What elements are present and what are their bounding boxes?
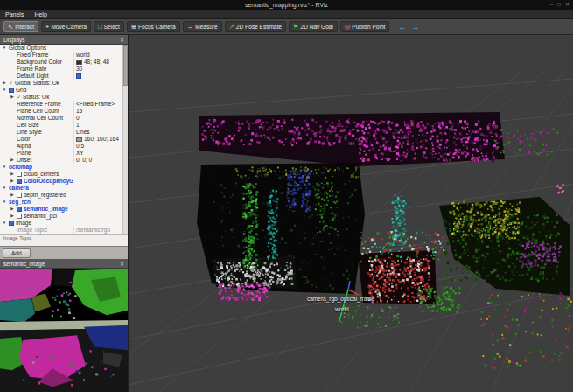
property-description: Image Topic — [0, 234, 128, 246]
property-label: Image — [16, 220, 31, 227]
view-3d[interactable]: camera_rgb_optical_frameworld — [129, 35, 573, 392]
collapsed-arrow-icon[interactable]: ▶ — [2, 80, 7, 87]
value-checkbox[interactable] — [76, 74, 81, 79]
expanded-arrow-icon[interactable]: ▼ — [2, 220, 7, 227]
semantic-image-panel-title: semantic_image — [3, 261, 45, 267]
maximize-button[interactable]: □ — [557, 0, 561, 10]
expanded-arrow-icon[interactable]: ▼ — [2, 199, 7, 206]
menu-item-panels[interactable]: Panels — [5, 11, 24, 18]
tree-row-line-style[interactable]: Line StyleLines — [0, 129, 128, 136]
tree-row-status-ok[interactable]: ▶✓Status: Ok — [0, 94, 128, 101]
collapsed-arrow-icon[interactable]: ▶ — [10, 213, 15, 220]
tree-row-cell-size[interactable]: Cell Size1 — [0, 122, 128, 129]
tool-measure[interactable]: ↔Measure — [183, 21, 222, 32]
close-button[interactable]: ✕ — [565, 0, 570, 10]
tree-row-plane[interactable]: PlaneXY — [0, 150, 128, 157]
property-value[interactable]: 48; 48; 48 — [73, 59, 128, 66]
title-bar[interactable]: semantic_mapping.rviz* - RViz –□✕ — [0, 0, 573, 10]
tree-row-offset[interactable]: ▶Offset0; 0; 0 — [0, 157, 128, 164]
add-display-button[interactable]: Add — [3, 248, 31, 258]
tree-rows: ▼Global OptionsFixed FrameworldBackgroun… — [0, 45, 128, 234]
close-icon[interactable]: ✕ — [120, 37, 124, 43]
nav-back-icon[interactable]: ← — [396, 21, 408, 32]
tree-row-image-topic[interactable]: Image Topic/semantic/rgb — [0, 227, 128, 234]
tree-row-semantic-pcl[interactable]: ▶semantic_pcl — [0, 213, 128, 220]
select-box-icon: □ — [98, 24, 102, 31]
tool-2d-nav-goal[interactable]: ⚑2D Nav Goal — [289, 21, 338, 32]
property-value[interactable]: 0; 0; 0 — [73, 157, 128, 164]
status-ok-icon: ✓ — [9, 80, 13, 87]
tree-scroll-thumb[interactable] — [123, 46, 128, 86]
expanded-arrow-icon[interactable]: ▼ — [2, 87, 7, 94]
tree-row-alpha[interactable]: Alpha0.5 — [0, 143, 128, 150]
tool-interact[interactable]: ↖Interact — [3, 21, 38, 32]
enable-checkbox[interactable] — [17, 178, 22, 184]
enable-checkbox[interactable] — [17, 192, 22, 198]
tool-2d-pose-estimate[interactable]: ↗2D Pose Estimate — [225, 21, 286, 32]
enable-checkbox[interactable] — [9, 220, 14, 226]
tree-row-fixed-frame[interactable]: Fixed Frameworld — [0, 52, 128, 59]
tree-row-camera[interactable]: ▼camera — [0, 185, 128, 192]
property-value[interactable] — [73, 74, 128, 79]
property-name-cell: ▼Global Options — [0, 45, 73, 52]
tool-move-camera[interactable]: +Move Camera — [41, 21, 91, 32]
tree-row-color[interactable]: Color160; 160; 164 — [0, 136, 128, 143]
tree-row-background-color[interactable]: Background Color48; 48; 48 — [0, 59, 128, 66]
tree-row-depth-registered[interactable]: ▶depth_registered — [0, 192, 128, 199]
tree-row-semantic-image[interactable]: ▶semantic_image — [0, 206, 128, 213]
property-value[interactable]: XY — [73, 150, 128, 157]
semantic-image-panel-header[interactable]: semantic_image ✕ — [0, 259, 128, 269]
value-text: /semantic/rgb — [76, 227, 110, 234]
tree-row-coloroccupancygrid[interactable]: ▶ColorOccupancyGrid — [0, 178, 128, 185]
nav-forward-icon[interactable]: → — [409, 21, 421, 32]
tree-row-seg-rcn[interactable]: ▼seg_rcn — [0, 199, 128, 206]
property-label: Normal Cell Count — [17, 115, 63, 122]
tool-publish-point[interactable]: ◎Publish Point — [340, 21, 390, 32]
property-value[interactable]: world — [73, 52, 128, 59]
collapsed-arrow-icon[interactable]: ▶ — [10, 171, 15, 178]
menu-item-help[interactable]: Help — [34, 11, 46, 18]
enable-checkbox[interactable] — [9, 88, 14, 93]
close-icon[interactable]: ✕ — [120, 261, 124, 267]
property-value[interactable]: Lines — [73, 129, 128, 136]
semantic-image-view — [0, 269, 128, 392]
tree-row-cloud-centers[interactable]: ▶cloud_centers — [0, 171, 128, 178]
property-value[interactable]: 30 — [73, 66, 128, 73]
enable-checkbox[interactable] — [17, 214, 22, 219]
property-value[interactable]: 15 — [73, 108, 128, 115]
expanded-arrow-icon[interactable]: ▼ — [2, 45, 7, 52]
enable-checkbox[interactable] — [17, 206, 22, 212]
expanded-arrow-icon[interactable]: ▼ — [2, 185, 7, 192]
collapsed-arrow-icon[interactable]: ▶ — [10, 192, 15, 199]
property-value[interactable]: 1 — [73, 122, 128, 129]
tree-row-global-status-ok[interactable]: ▶✓Global Status: Ok — [0, 80, 128, 87]
collapsed-arrow-icon[interactable]: ▶ — [10, 178, 15, 185]
displays-panel-header[interactable]: Displays ✕ — [0, 35, 128, 45]
property-label: Offset — [17, 157, 31, 164]
expanded-arrow-icon[interactable]: ▼ — [2, 164, 7, 171]
property-label: seg_rcn — [9, 199, 31, 206]
tree-row-octomap[interactable]: ▼octomap — [0, 164, 128, 171]
property-value[interactable]: 160; 160; 164 — [73, 136, 128, 143]
tree-row-default-light[interactable]: Default Light — [0, 73, 128, 80]
collapsed-arrow-icon[interactable]: ▶ — [10, 157, 15, 164]
frame-label-world: world — [335, 306, 349, 312]
collapsed-arrow-icon[interactable]: ▶ — [10, 206, 15, 213]
property-value[interactable]: <Fixed Frame> — [73, 101, 128, 108]
tree-row-frame-rate[interactable]: Frame Rate30 — [0, 66, 128, 73]
tree-row-global-options[interactable]: ▼Global Options — [0, 45, 128, 52]
tool-select[interactable]: □Select — [94, 21, 124, 32]
minimize-button[interactable]: – — [550, 0, 553, 10]
property-value[interactable]: 0.5 — [73, 143, 128, 150]
tree-row-reference-frame[interactable]: Reference Frame<Fixed Frame> — [0, 101, 128, 108]
property-value[interactable]: 0 — [73, 115, 128, 122]
collapsed-arrow-icon[interactable]: ▶ — [10, 94, 15, 101]
tool-focus-camera[interactable]: ⊕Focus Camera — [127, 21, 180, 32]
tree-scrollbar[interactable] — [122, 45, 128, 234]
tree-row-image[interactable]: ▼Image — [0, 220, 128, 227]
property-value[interactable]: /semantic/rgb — [73, 227, 128, 234]
tree-row-normal-cell-count[interactable]: Normal Cell Count0 — [0, 115, 128, 122]
enable-checkbox[interactable] — [17, 172, 22, 177]
tree-row-plane-cell-count[interactable]: Plane Cell Count15 — [0, 108, 128, 115]
tree-row-grid[interactable]: ▼Grid — [0, 87, 128, 94]
